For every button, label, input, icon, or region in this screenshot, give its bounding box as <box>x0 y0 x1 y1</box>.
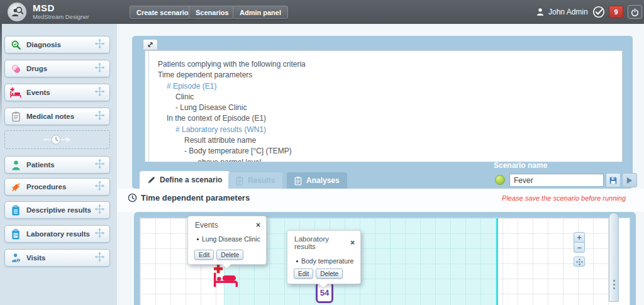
sidebar-item-drugs[interactable]: Drugs <box>4 60 110 77</box>
save-icon <box>609 176 618 185</box>
syringe-icon <box>10 181 21 192</box>
admin-panel-button[interactable]: Admin panel <box>233 6 288 19</box>
sidebar-item-patients[interactable]: Patients <box>4 156 110 174</box>
sidebar-item-label: Medical notes <box>26 113 74 120</box>
clipboard-icon <box>294 176 302 186</box>
close-icon[interactable]: × <box>350 240 355 246</box>
pen-icon <box>147 176 155 184</box>
save-scenario-button[interactable] <box>606 173 621 187</box>
edit-button[interactable]: Edit <box>194 250 214 260</box>
drag-handle-icon[interactable] <box>95 204 104 216</box>
user-icon <box>536 7 545 17</box>
notification-badge[interactable]: 9 <box>609 6 623 18</box>
bullet-icon <box>296 260 298 262</box>
power-icon <box>631 8 639 16</box>
scenarios-button[interactable]: Scenarios <box>189 6 236 19</box>
sidebar-item-events[interactable]: Events <box>4 84 110 101</box>
drag-handle-icon[interactable] <box>95 159 104 171</box>
drag-handle-icon[interactable] <box>95 63 104 75</box>
criteria-link-laboratory-results[interactable]: # Laboratory results (WN1) <box>175 125 622 135</box>
drag-handle-icon[interactable] <box>95 111 104 123</box>
close-icon[interactable]: × <box>256 222 260 228</box>
scrollbar-grip-dot <box>613 280 615 282</box>
sidebar-item-descriptive-results[interactable]: Descriptive results <box>4 201 110 219</box>
criteria-line: - Body temperature [°C] (TEMP) <box>184 146 622 157</box>
app-header: MSD MedStream Designer Create scenario S… <box>0 0 644 24</box>
tab-analyses[interactable]: Analyses <box>287 172 347 189</box>
sidebar-item-label: Patients <box>26 161 55 169</box>
drag-handle-icon[interactable] <box>95 252 104 264</box>
run-scenario-button[interactable] <box>622 173 637 187</box>
delete-button[interactable]: Delete <box>316 269 343 279</box>
timeline-widget[interactable] <box>4 130 110 149</box>
bullet-icon <box>197 238 199 240</box>
drag-handle-icon[interactable] <box>95 39 104 51</box>
clock-arrow-icon <box>43 133 72 146</box>
zoom-in-button[interactable]: + <box>574 232 585 243</box>
timeline-canvas-panel: Events × Lung Disease Clinic Edit Delete <box>134 212 636 305</box>
criteria-line: Clinic <box>175 92 622 103</box>
drag-handle-icon[interactable] <box>95 228 104 240</box>
edit-button[interactable]: Edit <box>294 269 313 279</box>
zoom-fit-button[interactable] <box>574 257 585 267</box>
user-name: John Admin <box>548 8 588 16</box>
popup-list-item: Body temperature <box>287 257 360 265</box>
save-warning-text: Please save the scenario before running <box>502 194 626 202</box>
zoom-out-button[interactable]: − <box>574 242 585 253</box>
popup-title: Laboratory results <box>294 235 350 250</box>
logout-button[interactable] <box>628 5 642 19</box>
sidebar-item-label: Visits <box>26 254 45 262</box>
criteria-line: Result attribute name <box>184 135 622 146</box>
sidebar-item-medical-notes[interactable]: Medical notes <box>4 108 110 125</box>
app-window: MSD MedStream Designer Create scenario S… <box>0 0 644 305</box>
delete-button[interactable]: Delete <box>216 250 243 260</box>
visit-person-icon <box>10 252 21 263</box>
canvas-vertical-scrollbar[interactable] <box>609 213 619 302</box>
tab-label: Analyses <box>306 176 340 185</box>
sidebar-item-label: Descriptive results <box>26 206 91 214</box>
sidebar-item-diagnosis[interactable]: Diagnosis <box>4 36 110 53</box>
app-logo <box>8 3 26 21</box>
sidebar-item-procedures[interactable]: Procedures <box>4 178 110 196</box>
criteria-line: Patients complying with the following cr… <box>158 59 622 70</box>
popup-title: Events <box>195 221 218 230</box>
magnifier-icon <box>10 39 21 50</box>
tab-define-a-scenario[interactable]: Define a scenario <box>140 171 230 189</box>
fit-arrows-icon <box>576 258 583 265</box>
sidebar-item-laboratory-results[interactable]: 54 Laboratory results <box>4 225 110 243</box>
sidebar-item-label: Laboratory results <box>26 230 90 238</box>
medical-notes-icon <box>10 111 21 122</box>
criteria-summary-box: Patients complying with the following cr… <box>145 50 623 162</box>
sidebar-item-label: Events <box>26 89 50 96</box>
sidebar-item-label: Diagnosis <box>26 41 61 48</box>
sidebar-item-label: Procedures <box>26 183 66 191</box>
tab-results[interactable]: Results <box>228 172 282 189</box>
validation-status-button[interactable] <box>592 5 606 21</box>
check-circle-icon <box>592 5 606 19</box>
criteria-line: - Lung Disease Clinic <box>175 103 622 113</box>
time-range-end-line <box>496 218 498 305</box>
section-heading: Time dependent parameters <box>128 193 250 202</box>
pill-icon <box>10 63 21 74</box>
create-scenario-button[interactable]: Create scenario <box>130 6 196 19</box>
patient-icon <box>10 159 21 170</box>
person-magnifier-icon <box>10 5 24 19</box>
play-icon <box>626 177 633 184</box>
scenario-definition-panel: Patients complying with the following cr… <box>132 36 633 189</box>
svg-text:54: 54 <box>14 233 18 237</box>
user-menu[interactable]: John Admin <box>536 5 588 19</box>
scenario-status-indicator <box>495 175 505 185</box>
clipboard-54-icon: 54 <box>10 228 21 240</box>
zoom-controls: + − <box>574 232 585 267</box>
popup-list-item: Lung Disease Clinic <box>188 235 266 243</box>
tab-label: Define a scenario <box>160 175 222 184</box>
scenario-name-input[interactable] <box>509 174 604 187</box>
section-band: Time dependent parameters Please save th… <box>117 189 644 212</box>
criteria-link-episode[interactable]: # Episode (E1) <box>167 81 622 92</box>
drag-handle-icon[interactable] <box>95 181 104 193</box>
bed-plus-icon <box>10 87 21 98</box>
sidebar-item-visits[interactable]: Visits <box>4 249 110 267</box>
drag-handle-icon[interactable] <box>95 87 104 99</box>
tab-label: Results <box>248 176 275 185</box>
expand-criteria-button[interactable] <box>143 39 158 50</box>
